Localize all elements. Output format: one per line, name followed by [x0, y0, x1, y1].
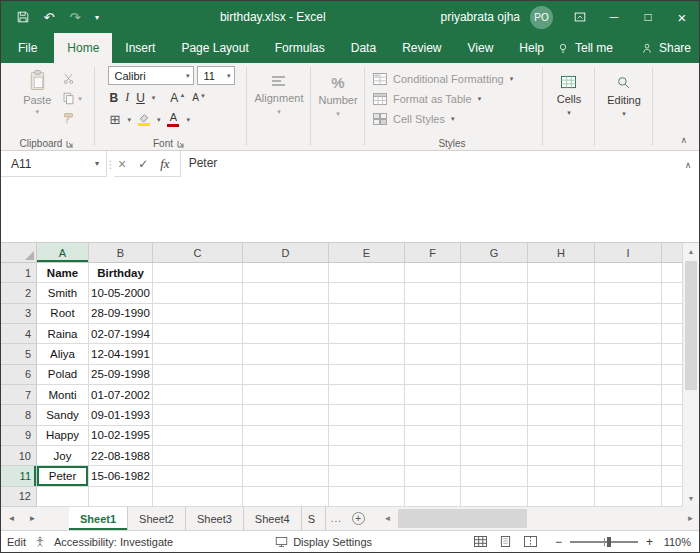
cell-A5[interactable]: Aliya: [37, 344, 89, 364]
cell-D7[interactable]: [243, 385, 329, 405]
cell-F7[interactable]: [405, 385, 461, 405]
cell-E12[interactable]: [329, 487, 405, 507]
cell-I10[interactable]: [595, 446, 662, 466]
cut-button[interactable]: [62, 71, 82, 86]
copy-button[interactable]: ▾: [62, 91, 82, 106]
bold-button[interactable]: B: [110, 91, 119, 105]
tab-formulas[interactable]: Formulas: [262, 33, 338, 63]
row-header-2[interactable]: 2: [1, 283, 37, 303]
column-header-e[interactable]: E: [329, 243, 405, 263]
cell-B11[interactable]: 15-06-1982: [89, 466, 153, 486]
column-header-d[interactable]: D: [243, 243, 329, 263]
cell-C8[interactable]: [153, 405, 243, 425]
zoom-slider[interactable]: [570, 541, 638, 543]
row-header-7[interactable]: 7: [1, 385, 37, 405]
scroll-right-icon[interactable]: ►: [682, 507, 699, 530]
scroll-down-icon[interactable]: ▼: [683, 490, 699, 507]
cell-C12[interactable]: [153, 487, 243, 507]
cell-E3[interactable]: [329, 304, 405, 324]
save-icon[interactable]: [11, 1, 35, 33]
format-as-table-button[interactable]: Format as Table ▾: [369, 89, 539, 108]
scroll-up-icon[interactable]: ▲: [683, 243, 699, 260]
cell-H11[interactable]: [528, 466, 595, 486]
number-button[interactable]: % Number ▾: [318, 66, 357, 135]
row-header-3[interactable]: 3: [1, 304, 37, 324]
cell-C6[interactable]: [153, 365, 243, 385]
tab-data[interactable]: Data: [338, 33, 389, 63]
conditional-formatting-button[interactable]: Conditional Formatting ▾: [369, 69, 539, 88]
row-header-11[interactable]: 11: [1, 466, 37, 486]
cell-H12[interactable]: [528, 487, 595, 507]
cell-H3[interactable]: [528, 304, 595, 324]
horizontal-scroll-thumb[interactable]: [398, 509, 527, 528]
scroll-left-icon[interactable]: ◄: [379, 507, 396, 530]
fill-color-dropdown-icon[interactable]: ▾: [157, 116, 161, 123]
tab-home[interactable]: Home: [54, 33, 112, 63]
column-header-g[interactable]: G: [461, 243, 528, 263]
column-header-c[interactable]: C: [153, 243, 243, 263]
underline-button[interactable]: U: [136, 91, 145, 105]
cell-F9[interactable]: [405, 426, 461, 446]
cell-G7[interactable]: [461, 385, 528, 405]
tab-insert[interactable]: Insert: [112, 33, 168, 63]
cell-H2[interactable]: [528, 283, 595, 303]
cell-B5[interactable]: 12-04-1991: [89, 344, 153, 364]
clipboard-dialog-launcher-icon[interactable]: [66, 140, 74, 148]
cell-D9[interactable]: [243, 426, 329, 446]
cell-C10[interactable]: [153, 446, 243, 466]
cell-B12[interactable]: [89, 487, 153, 507]
column-header-i[interactable]: I: [595, 243, 662, 263]
cell-I7[interactable]: [595, 385, 662, 405]
display-settings-button[interactable]: Display Settings: [275, 536, 372, 548]
cell-B4[interactable]: 02-07-1994: [89, 324, 153, 344]
cell-E7[interactable]: [329, 385, 405, 405]
cell-I5[interactable]: [595, 344, 662, 364]
cell-F5[interactable]: [405, 344, 461, 364]
cell-F11[interactable]: [405, 466, 461, 486]
cell-E5[interactable]: [329, 344, 405, 364]
sheet-tab-partial[interactable]: S: [302, 507, 326, 530]
avatar[interactable]: PO: [530, 6, 553, 29]
cell-E10[interactable]: [329, 446, 405, 466]
number-dropdown-icon[interactable]: ▾: [336, 110, 340, 117]
cell-I6[interactable]: [595, 365, 662, 385]
tab-review[interactable]: Review: [389, 33, 454, 63]
cell-D10[interactable]: [243, 446, 329, 466]
copy-dropdown-icon[interactable]: ▾: [78, 95, 82, 102]
decrease-font-size-button[interactable]: A▼: [192, 93, 206, 103]
column-header-h[interactable]: H: [528, 243, 595, 263]
cell-I4[interactable]: [595, 324, 662, 344]
cell-A1[interactable]: Name: [37, 263, 89, 283]
format-painter-button[interactable]: [62, 111, 82, 126]
cell-H9[interactable]: [528, 426, 595, 446]
sheet-tab-sheet4[interactable]: Sheet4: [244, 507, 302, 530]
vertical-scroll-thumb[interactable]: [685, 261, 697, 390]
conditional-formatting-dropdown-icon[interactable]: ▾: [510, 75, 514, 82]
cell-A8[interactable]: Sandy: [37, 405, 89, 425]
cell-C5[interactable]: [153, 344, 243, 364]
borders-button[interactable]: ⊞: [110, 112, 121, 127]
cell-G12[interactable]: [461, 487, 528, 507]
font-size-combobox[interactable]: 11 ▾: [197, 66, 235, 85]
cells-button[interactable]: Cells ▾: [557, 66, 581, 135]
sheet-tab-sheet1[interactable]: Sheet1: [69, 507, 128, 530]
cell-G9[interactable]: [461, 426, 528, 446]
cell-D6[interactable]: [243, 365, 329, 385]
page-layout-view-icon[interactable]: [499, 536, 512, 547]
cell-B10[interactable]: 22-08-1988: [89, 446, 153, 466]
cell-B9[interactable]: 10-02-1995: [89, 426, 153, 446]
sheet-tab-sheet3[interactable]: Sheet3: [186, 507, 244, 530]
cell-C9[interactable]: [153, 426, 243, 446]
formula-input[interactable]: Peter: [181, 151, 677, 242]
font-color-dropdown-icon[interactable]: ▾: [186, 116, 190, 123]
paste-dropdown-icon[interactable]: ▾: [35, 108, 39, 115]
row-header-6[interactable]: 6: [1, 365, 37, 385]
redo-icon[interactable]: ↷: [63, 1, 87, 33]
tab-page-layout[interactable]: Page Layout: [168, 33, 261, 63]
cell-C1[interactable]: [153, 263, 243, 283]
cell-A3[interactable]: Root: [37, 304, 89, 324]
undo-icon[interactable]: ↶: [37, 1, 61, 33]
cell-E11[interactable]: [329, 466, 405, 486]
new-sheet-button[interactable]: +: [347, 507, 369, 530]
cell-F10[interactable]: [405, 446, 461, 466]
